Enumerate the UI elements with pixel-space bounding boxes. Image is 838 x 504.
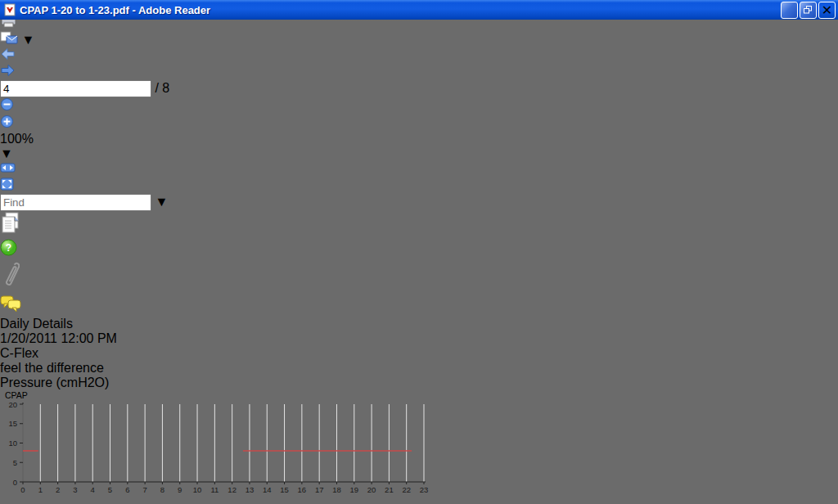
- svg-text:15: 15: [280, 485, 289, 494]
- comments-panel-button[interactable]: [0, 294, 838, 317]
- svg-text:?: ?: [6, 242, 11, 254]
- pressure-legend: CPAP: [0, 390, 838, 400]
- restore-button[interactable]: [800, 2, 817, 19]
- svg-text:12: 12: [228, 485, 237, 494]
- help-button[interactable]: ?: [0, 239, 838, 259]
- arrow-left-icon: [0, 47, 16, 61]
- find-dropdown-icon[interactable]: ▼: [155, 195, 168, 209]
- svg-text:4: 4: [91, 485, 95, 494]
- svg-text:20: 20: [367, 485, 376, 494]
- close-button[interactable]: ✕: [818, 2, 836, 19]
- report-date: 1/20/2011 12:00 PM: [0, 331, 838, 346]
- cpap-legend-label: CPAP: [5, 390, 28, 400]
- restore-icon: [804, 6, 813, 14]
- zoom-level-select[interactable]: 100%: [0, 132, 838, 146]
- svg-text:1: 1: [38, 485, 43, 494]
- help-icon: ?: [0, 239, 17, 256]
- svg-text:2: 2: [56, 485, 60, 494]
- email-icon: [0, 31, 18, 44]
- pages-icon: [0, 211, 21, 236]
- svg-text:6: 6: [125, 485, 129, 494]
- svg-text:10: 10: [8, 439, 17, 448]
- previous-page-button[interactable]: [0, 47, 838, 64]
- fit-page-icon: [0, 178, 14, 191]
- svg-text:20: 20: [8, 400, 17, 409]
- zoom-dropdown-icon[interactable]: ▼: [0, 146, 13, 160]
- svg-text:23: 23: [420, 485, 429, 494]
- svg-text:13: 13: [246, 485, 255, 494]
- cflex-logo-title: C-Flex: [0, 346, 838, 361]
- toolbar: ▼ / 8 100% ▼: [0, 15, 838, 211]
- svg-text:8: 8: [160, 485, 164, 494]
- zoom-level-value: 100%: [0, 132, 34, 146]
- fit-width-button[interactable]: [0, 161, 838, 178]
- minimize-button[interactable]: [781, 2, 798, 19]
- svg-text:14: 14: [263, 485, 272, 494]
- cflex-logo: C-Flex feel the difference: [0, 346, 838, 376]
- pages-panel-button[interactable]: [0, 211, 838, 239]
- fit-page-button[interactable]: [0, 178, 838, 194]
- pressure-chart-title: Pressure (cmH2O): [0, 376, 838, 390]
- paperclip-icon: [0, 259, 20, 290]
- pressure-chart: 0123456789101112131415161718192021222305…: [0, 400, 438, 500]
- fit-width-icon: [0, 161, 16, 174]
- svg-text:5: 5: [108, 485, 112, 494]
- svg-text:11: 11: [210, 485, 219, 494]
- svg-text:19: 19: [349, 485, 358, 494]
- svg-text:0: 0: [20, 485, 25, 494]
- pdf-page: Daily Details 1/20/2011 12:00 PM C-Flex …: [0, 317, 838, 504]
- plus-circle-icon: [0, 115, 14, 128]
- cflex-logo-subtitle: feel the difference: [0, 361, 838, 376]
- next-page-button[interactable]: [0, 64, 838, 80]
- svg-text:17: 17: [315, 485, 324, 494]
- report-heading: Daily Details: [0, 317, 838, 331]
- find-input[interactable]: [0, 194, 151, 211]
- svg-text:7: 7: [142, 485, 146, 494]
- pdf-file-icon: [3, 3, 16, 16]
- svg-text:21: 21: [385, 485, 394, 494]
- email-button[interactable]: ▼: [0, 31, 838, 47]
- zoom-out-button[interactable]: [0, 97, 838, 115]
- svg-text:10: 10: [193, 485, 202, 494]
- page-total-label: / 8: [155, 81, 169, 95]
- svg-text:9: 9: [178, 485, 182, 494]
- svg-text:15: 15: [8, 419, 17, 428]
- svg-text:22: 22: [402, 485, 411, 494]
- title-bar[interactable]: CPAP 1-20 to 1-23.pdf - Adobe Reader ✕: [0, 0, 838, 20]
- attachments-panel-button[interactable]: [0, 259, 838, 294]
- comments-icon: [0, 294, 23, 313]
- minus-circle-icon: [0, 97, 14, 111]
- svg-text:16: 16: [298, 485, 307, 494]
- zoom-in-button[interactable]: [0, 115, 838, 132]
- window-title: CPAP 1-20 to 1-23.pdf - Adobe Reader: [20, 4, 779, 16]
- email-dropdown-icon[interactable]: ▼: [21, 33, 34, 47]
- arrow-right-icon: [0, 64, 16, 77]
- svg-text:3: 3: [73, 485, 77, 494]
- svg-text:18: 18: [332, 485, 341, 494]
- svg-text:0: 0: [13, 478, 17, 487]
- close-icon: ✕: [822, 2, 832, 18]
- page-number-input[interactable]: [0, 80, 151, 97]
- svg-text:5: 5: [13, 458, 17, 467]
